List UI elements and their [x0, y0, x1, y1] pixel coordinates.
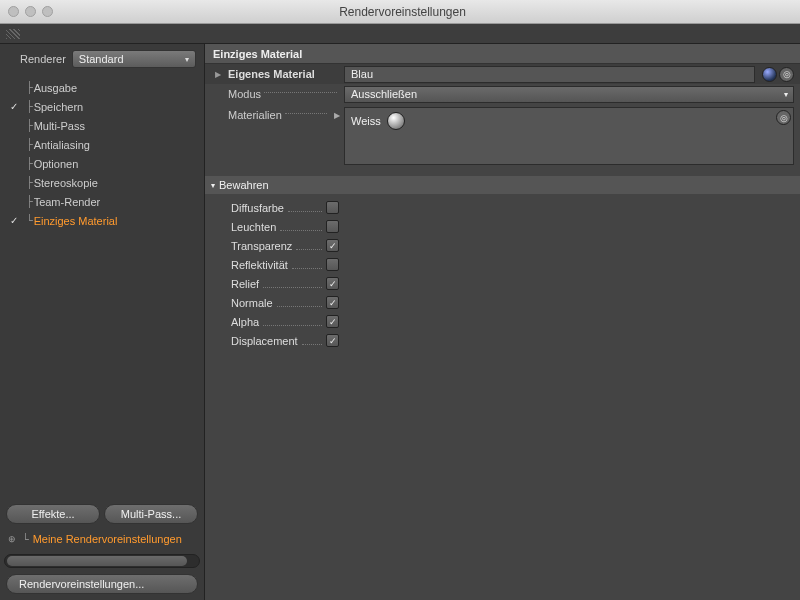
preset-row[interactable]: ⊕ └ Meine Rendervoreinstellungen: [0, 528, 204, 550]
property-label: Displacement: [231, 335, 298, 347]
expand-icon[interactable]: ▶: [215, 70, 225, 79]
multipass-button[interactable]: Multi-Pass...: [104, 504, 198, 524]
property-displacement: Displacement: [231, 331, 800, 350]
sidebar-item-label: Team-Render: [34, 196, 101, 208]
preset-label: Meine Rendervoreinstellungen: [33, 533, 182, 545]
property-checkbox[interactable]: [326, 239, 339, 252]
effects-button[interactable]: Effekte...: [6, 504, 100, 524]
target-icon[interactable]: ◎: [776, 110, 791, 125]
own-material-label: Eigenes Material: [228, 68, 315, 80]
titlebar: Rendervoreinstellungen: [0, 0, 800, 24]
property-label: Transparenz: [231, 240, 292, 252]
sidebar-item-label: Stereoskopie: [34, 177, 98, 189]
property-checkbox[interactable]: [326, 334, 339, 347]
sidebar-item-team-render[interactable]: ├Team-Render: [0, 192, 204, 211]
sidebar-item-optionen[interactable]: ├Optionen: [0, 154, 204, 173]
property-label: Normale: [231, 297, 273, 309]
sidebar-item-multi-pass[interactable]: ├Multi-Pass: [0, 116, 204, 135]
preserve-properties: DiffusfarbeLeuchtenTransparenzReflektivi…: [205, 194, 800, 350]
property-label: Leuchten: [231, 221, 276, 233]
chevron-down-icon: ▾: [185, 55, 189, 64]
property-alpha: Alpha: [231, 312, 800, 331]
sidebar-item-label: Optionen: [34, 158, 79, 170]
property-checkbox[interactable]: [326, 201, 339, 214]
material-sphere-icon: [387, 112, 405, 130]
property-checkbox[interactable]: [326, 296, 339, 309]
mode-dropdown[interactable]: Ausschließen ▾: [344, 86, 794, 103]
panel-title: Einziges Material: [205, 44, 800, 64]
property-checkbox[interactable]: [326, 315, 339, 328]
toolbar: [0, 24, 800, 44]
horizontal-scrollbar[interactable]: [4, 554, 200, 568]
property-label: Relief: [231, 278, 259, 290]
material-preview-icon[interactable]: [762, 67, 777, 82]
sidebar-item-stereoskopie[interactable]: ├Stereoskopie: [0, 173, 204, 192]
sidebar-item-label: Multi-Pass: [34, 120, 85, 132]
chevron-down-icon: ▾: [211, 181, 215, 190]
sidebar-item-einziges-material[interactable]: ✓└Einziges Material: [0, 211, 204, 230]
checkbox[interactable]: ✓: [8, 215, 20, 226]
sidebar: Renderer Standard ▾ ├Ausgabe✓├Speichern├…: [0, 44, 205, 600]
render-settings-tree: ├Ausgabe✓├Speichern├Multi-Pass├Antialias…: [0, 76, 204, 232]
renderer-value: Standard: [79, 53, 124, 65]
expand-icon[interactable]: ⊕: [6, 534, 18, 544]
property-label: Reflektivität: [231, 259, 288, 271]
sidebar-item-label: Ausgabe: [34, 82, 77, 94]
sidebar-item-ausgabe[interactable]: ├Ausgabe: [0, 78, 204, 97]
sidebar-item-label: Einziges Material: [34, 215, 118, 227]
target-icon[interactable]: ◎: [779, 67, 794, 82]
scrollbar-thumb[interactable]: [7, 556, 187, 566]
sidebar-item-label: Speichern: [34, 101, 84, 113]
property-diffusfarbe: Diffusfarbe: [231, 198, 800, 217]
arrow-right-icon: ▶: [334, 111, 340, 120]
materials-list[interactable]: Weiss ◎: [344, 107, 794, 165]
property-leuchten: Leuchten: [231, 217, 800, 236]
renderer-dropdown[interactable]: Standard ▾: [72, 50, 196, 68]
property-checkbox[interactable]: [326, 258, 339, 271]
renderer-label: Renderer: [20, 53, 66, 65]
grip-icon: [6, 29, 20, 39]
property-transparenz: Transparenz: [231, 236, 800, 255]
sidebar-item-speichern[interactable]: ✓├Speichern: [0, 97, 204, 116]
mode-label: Modus: [228, 88, 261, 100]
property-checkbox[interactable]: [326, 277, 339, 290]
render-settings-button[interactable]: Rendervoreinstellungen...: [6, 574, 198, 594]
window-title: Rendervoreinstellungen: [13, 5, 792, 19]
property-reflektivität: Reflektivität: [231, 255, 800, 274]
material-item[interactable]: Weiss: [351, 112, 405, 130]
checkbox[interactable]: ✓: [8, 101, 20, 112]
own-material-field[interactable]: Blau: [344, 66, 755, 83]
chevron-down-icon: ▾: [784, 90, 788, 99]
property-checkbox[interactable]: [326, 220, 339, 233]
sidebar-item-antialiasing[interactable]: ├Antialiasing: [0, 135, 204, 154]
content-panel: Einziges Material ▶ Eigenes Material Bla…: [205, 44, 800, 600]
sidebar-item-label: Antialiasing: [34, 139, 90, 151]
property-normale: Normale: [231, 293, 800, 312]
property-label: Alpha: [231, 316, 259, 328]
preserve-section-header[interactable]: ▾ Bewahren: [205, 176, 800, 194]
materials-label: Materialien: [228, 109, 282, 121]
property-label: Diffusfarbe: [231, 202, 284, 214]
property-relief: Relief: [231, 274, 800, 293]
